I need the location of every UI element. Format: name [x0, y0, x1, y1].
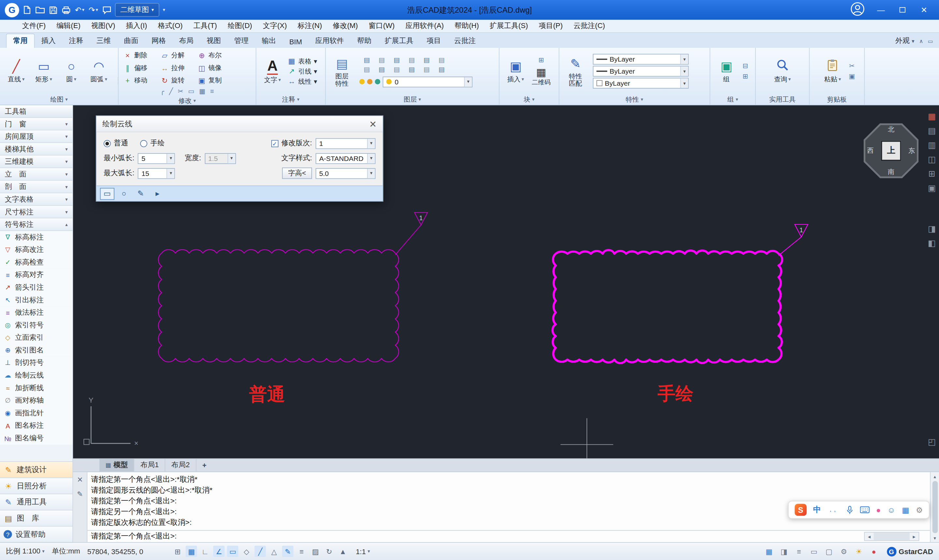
- pick-cloud-mode-button[interactable]: ▸: [150, 188, 165, 200]
- lengthen-icon[interactable]: ≡: [210, 87, 214, 94]
- panel-label-utility[interactable]: 实用工具: [756, 94, 809, 105]
- toolbox-group-room-roof[interactable]: 房间屋顶 ▾: [0, 130, 72, 143]
- menu-item[interactable]: 项目(P): [533, 21, 568, 31]
- radio-normal[interactable]: 普通: [104, 138, 128, 148]
- ribbon-tab[interactable]: 注释: [62, 34, 89, 48]
- skin-icon[interactable]: ●: [876, 505, 880, 514]
- open-file-button[interactable]: [35, 6, 45, 14]
- rectangle-button[interactable]: ▭ 矩形▾: [30, 58, 57, 84]
- save-button[interactable]: [49, 6, 58, 14]
- panel-label-annotate[interactable]: 注释▾: [256, 94, 325, 105]
- layer-state-icon[interactable]: ▤: [404, 65, 419, 74]
- revision-select[interactable]: 1▾: [316, 138, 376, 149]
- menu-item[interactable]: 视图(V): [86, 21, 121, 31]
- checkbox-revision[interactable]: ✓修改版次:: [271, 138, 312, 148]
- tool-arrow-leader[interactable]: ↗ 箭头引注: [0, 281, 72, 294]
- insert-block-button[interactable]: ▣ 插入▾: [502, 58, 529, 84]
- layer-state-icon[interactable]: ▤: [419, 65, 434, 74]
- linear-dim-button[interactable]: ↔ 线性 ▾: [288, 77, 317, 86]
- palette-common-tools[interactable]: ✎ 通用工具: [0, 494, 72, 510]
- text-height-button[interactable]: 字高<: [282, 168, 312, 179]
- tool-elevation-index[interactable]: ◇ 立面索引: [0, 332, 72, 345]
- tool-elevation-align[interactable]: ≡ 标高对齐: [0, 269, 72, 282]
- ribbon-tab[interactable]: 帮助: [350, 34, 378, 48]
- command-prompt[interactable]: 请指定第一个角点<退出>: ◂ ▸: [87, 530, 930, 542]
- layer-state-icon[interactable]: ▤: [419, 55, 434, 65]
- rect-cloud-mode-button[interactable]: ▭: [100, 188, 114, 200]
- toolbox-group-3d-modeling[interactable]: 三维建模 ▾: [0, 156, 72, 168]
- toolbox-group-dimension[interactable]: 尺寸标注 ▾: [0, 206, 72, 218]
- tool-index-symbol[interactable]: ◎ 索引符号: [0, 319, 72, 332]
- compass-south[interactable]: 南: [888, 168, 894, 177]
- palette-sunlight[interactable]: ☀ 日照分析: [0, 478, 72, 494]
- radio-freehand[interactable]: 手绘: [140, 138, 165, 148]
- isolate-icon[interactable]: ●: [868, 546, 880, 557]
- group-edit-icon[interactable]: ⊞: [743, 72, 748, 80]
- trim-icon[interactable]: ✂: [178, 87, 183, 95]
- panel-label-draw[interactable]: 绘图▾: [0, 94, 118, 105]
- tool-drawing-title[interactable]: A 图名标注: [0, 420, 72, 432]
- array-icon[interactable]: ▦: [199, 87, 205, 95]
- pane-left-icon[interactable]: ◧: [926, 237, 938, 249]
- arc-button[interactable]: ◠ 圆弧▾: [85, 58, 113, 84]
- menu-item[interactable]: 帮助(H): [449, 21, 484, 31]
- min-arc-select[interactable]: 5▾: [138, 153, 175, 163]
- menu-item[interactable]: 文字(X): [257, 21, 293, 31]
- circle-cloud-mode-button[interactable]: ○: [117, 188, 131, 200]
- ungroup-icon[interactable]: ⊟: [743, 62, 748, 70]
- group-button[interactable]: ▣ 组: [713, 58, 740, 84]
- workspace-select[interactable]: 二维草图▾: [115, 3, 159, 17]
- tool-elevation-revise[interactable]: ▽ 标高改注: [0, 244, 72, 256]
- command-scrollbar[interactable]: ▴ ▾: [930, 472, 939, 542]
- ribbon-tab[interactable]: 布局: [173, 34, 200, 48]
- qr-code-button[interactable]: ▦ 二维码: [532, 66, 551, 86]
- lineweight-select[interactable]: ByLayer ▾: [593, 78, 689, 89]
- chinese-mode-icon[interactable]: 中: [813, 504, 821, 515]
- hardware-accel-icon[interactable]: ☀: [853, 546, 865, 557]
- scroll-thumb[interactable]: [932, 481, 938, 533]
- text-height-select[interactable]: 5.0▾: [316, 168, 376, 178]
- ribbon-tab[interactable]: 扩展工具: [378, 34, 420, 48]
- new-file-button[interactable]: [23, 6, 31, 15]
- redo-button[interactable]: ↷▾: [89, 6, 98, 14]
- tool-section-symbol[interactable]: ⊥ 剖切符号: [0, 357, 72, 369]
- tool-draw-revision-cloud[interactable]: ☁ 绘制云线: [0, 369, 72, 382]
- move-button[interactable]: + 移动: [121, 76, 158, 85]
- sogou-grid-icon[interactable]: ▦: [902, 505, 909, 514]
- toolbox-group-door-window[interactable]: 门 窗 ▾: [0, 118, 72, 131]
- viewport-config-icon[interactable]: ▦: [763, 546, 775, 557]
- ribbon-tab[interactable]: 插入: [35, 34, 62, 48]
- ribbon-display-button[interactable]: ▭: [928, 38, 933, 44]
- freehand-cloud-mode-button[interactable]: ✎: [134, 188, 148, 200]
- ribbon-tab[interactable]: 应用软件: [309, 34, 351, 48]
- lineweight-toggle[interactable]: ≡: [296, 546, 307, 557]
- text-button[interactable]: A 文字▾: [259, 58, 286, 85]
- add-layout-button[interactable]: +: [196, 459, 213, 472]
- copy-button[interactable]: ▣ 复制: [195, 76, 233, 85]
- corner-view-icon[interactable]: ◰: [926, 435, 938, 448]
- spline-icon[interactable]: ≈: [115, 66, 119, 76]
- scale-icon[interactable]: ▭: [188, 87, 194, 95]
- ribbon-tab[interactable]: BIM: [283, 36, 309, 48]
- panel-label-layer[interactable]: 图层▾: [326, 94, 499, 105]
- ribbon-tab[interactable]: 项目: [420, 34, 447, 48]
- tool-north-arrow[interactable]: ◉ 画指北针: [0, 407, 72, 420]
- compass-north[interactable]: 北: [888, 125, 894, 134]
- osnap3d-toggle[interactable]: ◇: [241, 546, 252, 557]
- emoji-icon[interactable]: ☺: [888, 505, 895, 514]
- ribbon-tab[interactable]: 视图: [200, 34, 227, 48]
- menu-item[interactable]: 文件(F): [17, 21, 51, 31]
- appearance-select[interactable]: 外观 ▾: [895, 36, 914, 46]
- mirror-button[interactable]: ◫ 镜像: [195, 63, 233, 73]
- osnap-toggle[interactable]: ▭: [227, 546, 238, 557]
- offset-button[interactable]: ∥ 偏移: [121, 63, 158, 73]
- layer-state-icon[interactable]: ▤: [359, 55, 374, 65]
- ribbon-tab[interactable]: 云批注: [448, 34, 483, 48]
- toolbox-group-section[interactable]: 剖 面 ▾: [0, 181, 72, 194]
- keyboard-icon[interactable]: [860, 506, 869, 514]
- ribbon-tab[interactable]: 常用: [6, 34, 35, 48]
- transparency-toggle[interactable]: ▨: [310, 546, 321, 557]
- compass-west[interactable]: 西: [867, 146, 874, 155]
- layer-properties-button[interactable]: ▤ 图层特性: [328, 56, 356, 87]
- layout-preview-icon[interactable]: ▭: [808, 546, 820, 557]
